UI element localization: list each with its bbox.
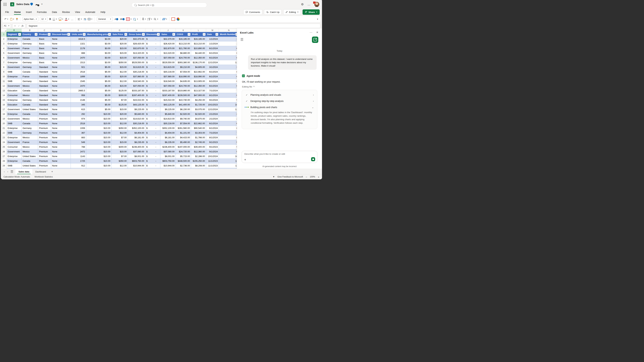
- cell[interactable]: $13,327.50: [191, 88, 206, 93]
- table-header-segment[interactable]: Segment▼: [6, 32, 22, 37]
- cell[interactable]: $24,700.00: [176, 55, 191, 60]
- cell[interactable]: $239,500.00: [176, 93, 191, 98]
- cell[interactable]: $-: [145, 135, 160, 140]
- cell[interactable]: $7.00: [111, 135, 128, 140]
- cell[interactable]: Enterprise: [6, 112, 22, 116]
- cell[interactable]: Germany: [22, 131, 38, 135]
- copilot-button[interactable]: [176, 17, 180, 21]
- agent-step-building-pivots-and-charts[interactable]: Building pivots and charts⌄: [242, 104, 317, 110]
- cell[interactable]: $-: [145, 46, 160, 51]
- row-header-21[interactable]: 21: [1, 126, 7, 131]
- cell[interactable]: 1: [219, 41, 239, 46]
- cell[interactable]: Enterprise: [6, 98, 22, 102]
- cell[interactable]: $352,100.00: [128, 126, 146, 131]
- cell[interactable]: $136,170.00: [191, 60, 206, 65]
- cell[interactable]: Enterprise: [6, 135, 22, 140]
- cell[interactable]: Premium: [38, 149, 51, 154]
- cell[interactable]: $333,187.50: [128, 88, 146, 93]
- table-header-month-number[interactable]: Month Number▼: [219, 32, 239, 37]
- cell[interactable]: 7: [219, 88, 239, 93]
- cell[interactable]: $8,208.00: [191, 163, 206, 168]
- cell[interactable]: $-: [145, 140, 160, 145]
- cell[interactable]: $4,870.00: [191, 116, 206, 121]
- cell[interactable]: $-: [145, 102, 160, 107]
- cell[interactable]: None: [51, 93, 70, 98]
- decrease-decimal-button[interactable]: .0←: [114, 18, 118, 20]
- cell[interactable]: $10.00: [86, 149, 111, 154]
- cell[interactable]: 912: [70, 163, 86, 168]
- sheet-list-icon[interactable]: [11, 170, 13, 173]
- ribbon-tab-insert[interactable]: Insert: [26, 10, 32, 14]
- cell[interactable]: Government: [6, 55, 22, 60]
- cell[interactable]: None: [51, 135, 70, 140]
- cell[interactable]: $3.00: [86, 51, 111, 55]
- cell[interactable]: $10,890.00: [191, 46, 206, 51]
- cell[interactable]: Basic: [38, 51, 51, 55]
- cell[interactable]: $2,920.00: [176, 112, 191, 116]
- cell[interactable]: 6/1/2024: [206, 69, 219, 74]
- cell[interactable]: $5.00: [86, 107, 111, 112]
- cell[interactable]: Premium: [38, 154, 51, 159]
- autosum-button[interactable]: Σ▼: [142, 17, 146, 21]
- cell[interactable]: $-: [145, 79, 160, 84]
- ribbon-tab-view[interactable]: View: [75, 10, 80, 14]
- column-header-l[interactable]: L: [191, 29, 206, 32]
- cell[interactable]: $26,420.00: [160, 41, 176, 46]
- cell[interactable]: None: [51, 145, 70, 149]
- cell[interactable]: 2470: [70, 84, 86, 88]
- cell[interactable]: Government: [6, 149, 22, 154]
- cell[interactable]: 11: [219, 163, 239, 168]
- cell[interactable]: None: [51, 131, 70, 135]
- cell[interactable]: Premium: [38, 163, 51, 168]
- cell[interactable]: 345: [70, 102, 86, 107]
- cell[interactable]: None: [51, 112, 70, 116]
- cell[interactable]: 6: [219, 126, 239, 131]
- sheet-nav-right-icon[interactable]: ›: [8, 170, 8, 173]
- cell[interactable]: $15,022.00: [128, 98, 146, 102]
- cell[interactable]: Premium: [38, 121, 51, 126]
- cell[interactable]: $8,235.00: [160, 140, 176, 145]
- cell[interactable]: $-: [145, 163, 160, 168]
- cell[interactable]: Germany: [22, 51, 38, 55]
- table-header-country[interactable]: Country▼: [22, 32, 38, 37]
- font-size-select[interactable]: 12▼: [40, 17, 48, 21]
- zoom-in-button[interactable]: +: [318, 175, 319, 178]
- cell[interactable]: $603,750.00: [160, 159, 176, 163]
- cell[interactable]: 2518: [70, 121, 86, 126]
- cell[interactable]: 10/1/2023: [206, 102, 219, 107]
- cell[interactable]: $18,540.00: [128, 79, 146, 84]
- avatar[interactable]: [314, 2, 319, 7]
- row-header-9[interactable]: 9: [1, 69, 7, 74]
- cell[interactable]: 7/1/2024: [206, 131, 219, 135]
- cell[interactable]: $9,225.00: [160, 107, 176, 112]
- cell[interactable]: $-: [145, 37, 160, 41]
- column-header-f[interactable]: F: [86, 29, 111, 32]
- cell[interactable]: $10.00: [86, 121, 111, 126]
- cell[interactable]: $-: [145, 159, 160, 163]
- cell[interactable]: Consumer: [6, 93, 22, 98]
- find-button[interactable]: ▼: [154, 18, 158, 20]
- cell[interactable]: $20.00: [111, 41, 128, 46]
- cell[interactable]: Government: [6, 51, 22, 55]
- cell[interactable]: SMB: [6, 163, 22, 168]
- filter-button[interactable]: ▼: [142, 33, 145, 36]
- cell[interactable]: $-: [145, 51, 160, 55]
- row-header-12[interactable]: 12: [1, 84, 7, 88]
- cell[interactable]: None: [51, 121, 70, 126]
- cell[interactable]: $16,185.00: [176, 37, 191, 41]
- cell[interactable]: $-: [145, 74, 160, 79]
- cell[interactable]: $-: [145, 41, 160, 46]
- cell[interactable]: 11: [219, 159, 239, 163]
- column-header-j[interactable]: J: [160, 29, 176, 32]
- cell[interactable]: 6: [219, 69, 239, 74]
- feedback-link[interactable]: Give Feedback to Microsoft: [278, 176, 303, 178]
- cell[interactable]: $30,216.00: [160, 69, 176, 74]
- cell[interactable]: 2472: [70, 149, 86, 154]
- paste-button[interactable]: ▼: [10, 18, 14, 21]
- cell[interactable]: $90,540.00: [191, 126, 206, 131]
- share-button[interactable]: Share▼: [302, 9, 320, 15]
- zoom-level[interactable]: 100%: [310, 176, 315, 178]
- new-chat-button[interactable]: [312, 36, 318, 43]
- ribbon-tab-data[interactable]: Data: [52, 10, 57, 14]
- cell[interactable]: $125.00: [111, 88, 128, 93]
